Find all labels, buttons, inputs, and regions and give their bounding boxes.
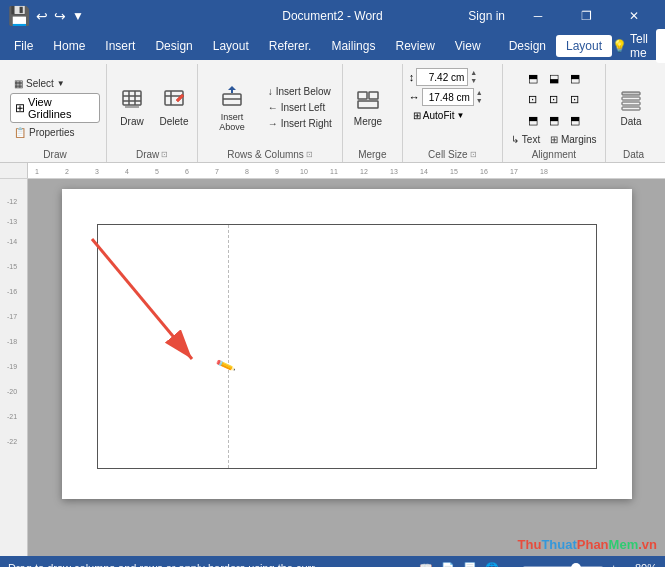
- menu-mailings[interactable]: Mailings: [321, 35, 385, 57]
- insert-left-button[interactable]: ← Insert Left: [264, 100, 336, 115]
- insert-right-icon: →: [268, 118, 278, 129]
- table-group-label: Draw: [10, 147, 100, 162]
- merge-button[interactable]: Merge: [349, 85, 387, 130]
- restore-button[interactable]: ❐: [563, 0, 609, 32]
- horizontal-ruler: 1 2 3 4 5 6 7 8 9 10 11 12 13 14 15 16 1…: [0, 163, 665, 179]
- draw-expand-icon[interactable]: ⊡: [161, 150, 168, 159]
- customize-icon[interactable]: ▼: [72, 9, 84, 23]
- share-button[interactable]: 👤 Share: [656, 29, 665, 63]
- minimize-button[interactable]: ─: [515, 0, 561, 32]
- align-middle-right[interactable]: ⊡: [565, 89, 585, 109]
- align-top-right[interactable]: ⬒: [565, 68, 585, 88]
- svg-text:13: 13: [390, 168, 398, 175]
- align-bottom-center[interactable]: ⬒: [544, 110, 564, 130]
- svg-text:16: 16: [480, 168, 488, 175]
- redo-icon[interactable]: ↪: [54, 8, 66, 24]
- svg-text:-20: -20: [7, 388, 17, 395]
- close-button[interactable]: ✕: [611, 0, 657, 32]
- statusbar-right: 📖 📄 📃 🌐 ─ + 80%: [419, 562, 657, 568]
- data-buttons: Data: [612, 68, 655, 147]
- menu-view[interactable]: View: [445, 35, 491, 57]
- data-icon: [619, 88, 643, 116]
- align-bottom-right[interactable]: ⬒: [565, 110, 585, 130]
- book-icon[interactable]: 📖: [419, 562, 433, 568]
- alignment-text: Alignment: [532, 149, 576, 160]
- watermark: ThuThuatPhanMem.vn: [518, 537, 657, 552]
- svg-text:3: 3: [95, 168, 99, 175]
- text-direction-button[interactable]: ↳ Text: [507, 132, 544, 147]
- view-gridlines-button[interactable]: ⊞ View Gridlines: [10, 93, 100, 123]
- reader-icon[interactable]: 📃: [463, 562, 477, 568]
- align-middle-left[interactable]: ⊡: [523, 89, 543, 109]
- align-top-left[interactable]: ⬒: [523, 68, 543, 88]
- svg-text:15: 15: [450, 168, 458, 175]
- tab-design-contextual[interactable]: Design: [499, 35, 556, 57]
- insert-group-buttons: Insert Above ↓ Insert Below ← Insert Lef…: [204, 68, 336, 147]
- align-bottom-left[interactable]: ⬒: [523, 110, 543, 130]
- data-button[interactable]: Data: [612, 85, 650, 130]
- delete-button[interactable]: Delete: [155, 85, 193, 130]
- draw-group-label: Draw ⊡: [113, 147, 191, 162]
- tell-me-field[interactable]: 💡 Tell me: [612, 32, 648, 60]
- rows-expand-icon[interactable]: ⊡: [306, 150, 313, 159]
- menu-review[interactable]: Review: [385, 35, 444, 57]
- zoom-plus-icon[interactable]: +: [611, 562, 617, 567]
- zoom-level[interactable]: 80%: [625, 562, 657, 567]
- height-row: ↕ ▲ ▼: [409, 68, 477, 86]
- select-button[interactable]: ▦ Select ▼: [10, 76, 69, 91]
- web-icon[interactable]: 🌐: [485, 562, 499, 568]
- sign-in-label[interactable]: Sign in: [468, 9, 505, 23]
- svg-text:11: 11: [330, 168, 338, 175]
- insert-right-button[interactable]: → Insert Right: [264, 116, 336, 131]
- menu-layout[interactable]: Layout: [203, 35, 259, 57]
- select-icon: ▦: [14, 78, 23, 89]
- titlebar-title: Document2 - Word: [282, 9, 382, 23]
- merge-label: Merge: [354, 116, 382, 127]
- menu-references[interactable]: Referer.: [259, 35, 322, 57]
- svg-rect-13: [369, 92, 378, 99]
- document-page[interactable]: ✏️: [62, 189, 632, 499]
- alignment-buttons: ⬒ ⬓ ⬒ ⊡ ⊡ ⊡ ⬒ ⬒ ⬒ ↳ Text ⊞ Margins: [509, 68, 599, 147]
- draw-button[interactable]: Draw: [113, 85, 151, 130]
- undo-icon[interactable]: ↩: [36, 8, 48, 24]
- menu-file[interactable]: File: [4, 35, 43, 57]
- cell-size-expand-icon[interactable]: ⊡: [470, 150, 477, 159]
- properties-icon: 📋: [14, 127, 26, 138]
- cell-margins-button[interactable]: ⊞ Margins: [546, 132, 600, 147]
- svg-rect-17: [622, 102, 640, 105]
- merge-group-text: Merge: [358, 149, 386, 160]
- svg-rect-12: [358, 92, 367, 99]
- ribbon: ▦ Select ▼ ⊞ View Gridlines 📋 Properties…: [0, 60, 665, 163]
- pages-icon[interactable]: 📄: [441, 562, 455, 568]
- height-down[interactable]: ▼: [470, 77, 477, 85]
- align-middle-center[interactable]: ⊡: [544, 89, 564, 109]
- svg-text:-21: -21: [7, 413, 17, 420]
- autofit-label: AutoFit: [423, 110, 455, 121]
- insert-above-button[interactable]: Insert Above: [204, 81, 259, 135]
- insert-below-button[interactable]: ↓ Insert Below: [264, 84, 336, 99]
- insert-above-label: Insert Above: [209, 112, 254, 132]
- alignment-group-label: Alignment: [509, 147, 599, 162]
- merge-group-label: Merge: [349, 147, 396, 162]
- tab-layout-contextual[interactable]: Layout: [556, 35, 612, 57]
- width-row: ↔ ▲ ▼: [409, 88, 483, 106]
- properties-button[interactable]: 📋 Properties: [10, 125, 79, 140]
- select-label: Select: [26, 78, 54, 89]
- width-up[interactable]: ▲: [476, 89, 483, 97]
- eraser-icon: [162, 88, 186, 116]
- menu-design[interactable]: Design: [145, 35, 202, 57]
- height-up[interactable]: ▲: [470, 69, 477, 77]
- main-area: -12 -13 -14 -15 -16 -17 -18 -19 -20 -21 …: [0, 179, 665, 556]
- align-top-center[interactable]: ⬓: [544, 68, 564, 88]
- menu-insert[interactable]: Insert: [95, 35, 145, 57]
- height-icon: ↕: [409, 71, 415, 83]
- autofit-button[interactable]: ⊞ AutoFit ▼: [409, 108, 469, 123]
- menu-home[interactable]: Home: [43, 35, 95, 57]
- width-down[interactable]: ▼: [476, 97, 483, 105]
- zoom-minus-icon[interactable]: ─: [507, 562, 515, 567]
- svg-text:-17: -17: [7, 313, 17, 320]
- width-input[interactable]: [422, 88, 474, 106]
- height-input[interactable]: [416, 68, 468, 86]
- merge-icon: [356, 88, 380, 116]
- data-group-text: Data: [623, 149, 644, 160]
